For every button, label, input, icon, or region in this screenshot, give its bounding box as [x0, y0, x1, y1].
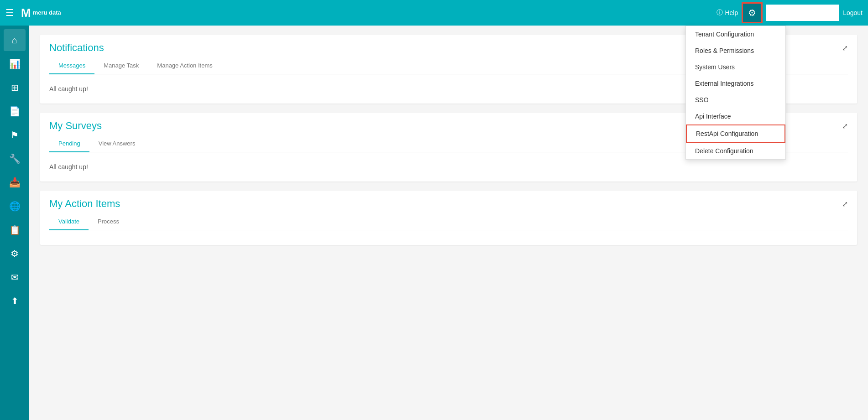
- action-items-body: [40, 230, 857, 245]
- search-input[interactable]: [766, 5, 839, 21]
- topnav-right: ⓘ Help ⚙ Logout: [716, 2, 863, 23]
- tab-view-answers[interactable]: View Answers: [89, 135, 145, 152]
- action-items-tabs: ValidateProcess: [49, 213, 848, 230]
- sidebar-item-globe[interactable]: 🌐: [4, 195, 26, 217]
- dropdown-item-tenant-config[interactable]: Tenant Configuration: [686, 26, 785, 42]
- surveys-expand-icon[interactable]: ⤢: [842, 122, 848, 130]
- logo-text: meru data: [33, 9, 61, 16]
- logo-m-icon: M: [21, 6, 31, 20]
- dropdown-item-system-users[interactable]: System Users: [686, 59, 785, 75]
- sidebar-item-email[interactable]: ✉: [4, 266, 26, 288]
- sidebar-item-inbox[interactable]: 📥: [4, 171, 26, 193]
- tab-manage-action-items[interactable]: Manage Action Items: [148, 57, 221, 74]
- tab-manage-task[interactable]: Manage Task: [94, 57, 148, 74]
- dropdown-item-sso[interactable]: SSO: [686, 92, 785, 108]
- topnav-left: ☰ M meru data: [5, 6, 61, 20]
- dropdown-item-delete-config[interactable]: Delete Configuration: [686, 143, 785, 159]
- action-items-section: My Action Items ⤢ ValidateProcess: [40, 191, 857, 245]
- top-navigation: ☰ M meru data ⓘ Help ⚙ Logout Tenant Con…: [0, 0, 868, 26]
- sidebar-item-settings2[interactable]: ⚙: [4, 243, 26, 264]
- hamburger-icon[interactable]: ☰: [5, 7, 14, 18]
- sidebar: ⌂📊⊞📄⚑🔧📥🌐📋⚙✉⬆: [0, 26, 29, 420]
- sidebar-item-flag[interactable]: ⚑: [4, 124, 26, 146]
- sidebar-item-grid[interactable]: ⊞: [4, 77, 26, 99]
- gear-settings-button[interactable]: ⚙: [742, 2, 763, 23]
- sidebar-item-analytics[interactable]: 📊: [4, 53, 26, 75]
- tab-pending[interactable]: Pending: [49, 135, 89, 152]
- gear-icon: ⚙: [748, 7, 756, 18]
- logout-button[interactable]: Logout: [843, 9, 863, 16]
- logo: M meru data: [21, 6, 61, 20]
- settings-dropdown-menu: Tenant ConfigurationRoles & PermissionsS…: [685, 26, 786, 160]
- sidebar-item-tools[interactable]: 🔧: [4, 148, 26, 170]
- notifications-expand-icon[interactable]: ⤢: [842, 44, 848, 52]
- sidebar-item-upload[interactable]: ⬆: [4, 290, 26, 312]
- sidebar-item-document[interactable]: 📄: [4, 100, 26, 122]
- action-items-title: My Action Items: [49, 198, 120, 210]
- surveys-caught-up-text: All caught up!: [49, 160, 848, 174]
- tab-validate[interactable]: Validate: [49, 213, 89, 230]
- dropdown-item-api-interface[interactable]: Api Interface: [686, 108, 785, 124]
- dropdown-item-external-integrations[interactable]: External Integrations: [686, 75, 785, 92]
- dropdown-item-roles-permissions[interactable]: Roles & Permissions: [686, 42, 785, 59]
- action-items-expand-icon[interactable]: ⤢: [842, 200, 848, 208]
- help-button[interactable]: ⓘ Help: [716, 9, 738, 17]
- notifications-title: Notifications: [49, 42, 104, 54]
- sidebar-item-home[interactable]: ⌂: [4, 29, 26, 51]
- dropdown-item-restapi-config[interactable]: RestApi Configuration: [686, 124, 785, 143]
- sidebar-item-report[interactable]: 📋: [4, 219, 26, 241]
- tab-process[interactable]: Process: [89, 213, 128, 230]
- tab-messages[interactable]: Messages: [49, 57, 94, 74]
- help-label: Help: [725, 9, 738, 16]
- action-items-header: My Action Items ⤢: [40, 191, 857, 210]
- question-circle-icon: ⓘ: [716, 9, 723, 17]
- surveys-title: My Surveys: [49, 120, 102, 132]
